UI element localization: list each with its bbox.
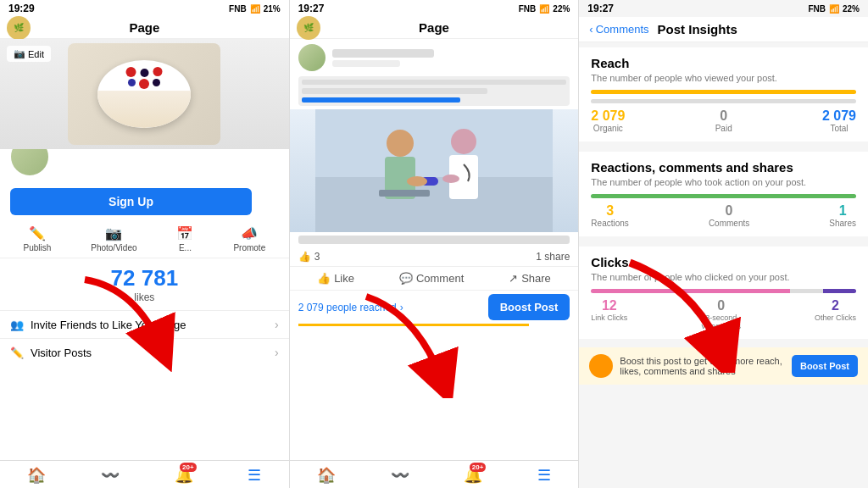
battery-1: 21% xyxy=(264,4,281,14)
boost-button[interactable]: Boost Post xyxy=(488,294,570,320)
reach-subtitle: The number of people who viewed your pos… xyxy=(591,73,856,83)
publish-action[interactable]: ✏️ Publish xyxy=(23,225,51,252)
organic-metric: 2 079 Organic xyxy=(591,108,625,133)
boost-icon xyxy=(589,354,613,378)
organic-value: 2 079 xyxy=(591,108,625,124)
signup-button[interactable]: Sign Up xyxy=(10,188,252,215)
photo-video-action[interactable]: 📷 Photo/Video xyxy=(91,225,136,252)
camera-action-icon: 📷 xyxy=(105,225,122,241)
shares-metric: 1 Shares xyxy=(829,203,856,228)
link-clicks-metric: 12 Link Clicks xyxy=(591,298,627,330)
activity-nav-2[interactable]: 〰️ xyxy=(391,466,409,485)
activity-nav[interactable]: 〰️ xyxy=(101,466,120,485)
invite-friends-nav[interactable]: 👥 Invite Friends to Like Your Page › xyxy=(0,310,289,338)
post-date xyxy=(332,60,400,67)
svg-rect-10 xyxy=(379,190,430,197)
chevron-right-icon: › xyxy=(275,318,279,331)
profile-row xyxy=(0,149,289,183)
time-3: 19:27 xyxy=(587,3,614,14)
paid-label: Paid xyxy=(715,124,732,133)
reactions-bar xyxy=(591,194,856,198)
video-views-metric: 0 3-second video views xyxy=(696,298,747,330)
reach-title: Reach xyxy=(591,56,856,70)
other-clicks-label: Other Clicks xyxy=(815,313,856,322)
paid-metric: 0 Paid xyxy=(715,108,732,133)
wifi-icon-3: 📶 xyxy=(829,4,839,14)
share-button[interactable]: ↗ Share xyxy=(509,272,551,285)
bottom-nav-2: 🏠 〰️ 🔔 20+ ☰ xyxy=(290,460,579,488)
home-nav-2[interactable]: 🏠 xyxy=(317,466,336,485)
home-nav[interactable]: 🏠 xyxy=(27,466,46,485)
reactions-label: Reactions xyxy=(591,219,628,228)
notifications-nav-2[interactable]: 🔔 20+ xyxy=(464,466,482,485)
page-avatar-2: 🌿 xyxy=(297,16,320,40)
comment-button[interactable]: 💬 Comment xyxy=(399,272,464,285)
likes-count: 72 781 xyxy=(111,265,179,291)
other-clicks-bar xyxy=(823,289,856,293)
menu-nav-2[interactable]: ☰ xyxy=(537,466,551,485)
status-icons-3: FNB 📶 22% xyxy=(808,4,860,14)
visitor-posts-left: ✏️ Visitor Posts xyxy=(10,347,92,359)
hero-image: 📷 Edit xyxy=(0,39,289,149)
reach-bar xyxy=(298,324,530,326)
wifi-icon-2: 📶 xyxy=(539,4,549,14)
paid-value: 0 xyxy=(715,108,732,124)
promote-icon: 📣 xyxy=(241,225,258,241)
likes-label: likes xyxy=(134,291,154,303)
post-author-name xyxy=(332,49,434,58)
shares-count: 1 share xyxy=(536,251,570,263)
post-meta xyxy=(332,49,570,67)
people-icon: 👥 xyxy=(10,319,24,331)
visitor-posts-nav[interactable]: ✏️ Visitor Posts › xyxy=(0,338,289,366)
thumbs-up-icon: 👍 xyxy=(298,251,311,263)
carrier-3: FNB xyxy=(808,4,826,14)
page-title-2: Page xyxy=(419,20,449,35)
carrier-1: FNB xyxy=(229,4,247,14)
promote-action[interactable]: 📣 Promote xyxy=(233,225,265,252)
reactions-section: Reactions, comments and shares The numbe… xyxy=(579,152,868,236)
shares-value: 1 xyxy=(829,203,856,219)
like-button[interactable]: 👍 Like xyxy=(317,272,354,285)
reactions-subtitle: The number of people who took action on … xyxy=(591,177,856,187)
reach-bar-orange xyxy=(591,90,856,94)
signup-container: Sign Up xyxy=(0,183,289,220)
boost-banner-text: Boost this post to get even more reach, … xyxy=(620,356,785,376)
reach-bar-gray xyxy=(591,99,856,103)
doctor-svg xyxy=(315,109,553,232)
status-icons-2: FNB 📶 22% xyxy=(519,4,570,14)
insights-header: ‹ Comments Post Insights xyxy=(579,17,868,42)
back-button[interactable]: ‹ Comments xyxy=(589,23,648,36)
total-metric: 2 079 Total xyxy=(822,108,856,133)
menu-nav[interactable]: ☰ xyxy=(248,466,261,485)
post-author-avatar xyxy=(298,44,326,71)
reach-boost-row: 2 079 people reached › Boost Post xyxy=(290,291,579,324)
bowl xyxy=(97,60,191,128)
link-clicks-value: 12 xyxy=(591,298,627,313)
reach-text[interactable]: 2 079 people reached › xyxy=(290,295,412,320)
wifi-icon: 📶 xyxy=(250,4,260,14)
doctor-patient-image xyxy=(290,109,579,232)
chevron-left-icon: ‹ xyxy=(589,23,593,36)
comments-value: 0 xyxy=(709,203,749,219)
events-action[interactable]: 📅 E... xyxy=(176,225,193,252)
video-bar xyxy=(790,289,823,293)
post-actions: 👍 Like 💬 Comment ↗ Share xyxy=(290,266,579,291)
post-text-blurred xyxy=(298,76,570,106)
panel3: 19:27 FNB 📶 22% ‹ Comments Post Insights… xyxy=(579,0,868,488)
boost-post-button[interactable]: Boost Post xyxy=(792,355,858,377)
organic-label: Organic xyxy=(591,124,625,133)
panel1: 19:29 FNB 📶 21% 🌿 Page xyxy=(0,0,290,488)
video-views-label: 3-second video views xyxy=(696,313,747,330)
share-icon: ↗ xyxy=(509,272,518,285)
invite-friends-left: 👥 Invite Friends to Like Your Page xyxy=(10,319,186,331)
edit-button[interactable]: 📷 Edit xyxy=(7,46,51,62)
food-bowl-container xyxy=(68,43,220,145)
link-clicks-label: Link Clicks xyxy=(591,313,627,322)
clicks-metrics: 12 Link Clicks 0 3-second video views 2 … xyxy=(591,298,856,330)
post-stats: 👍 3 1 share xyxy=(290,247,579,266)
chevron-right-icon-3: › xyxy=(400,302,403,313)
svg-point-8 xyxy=(407,176,427,186)
notifications-nav[interactable]: 🔔 20+ xyxy=(175,466,193,485)
comments-label: Comments xyxy=(709,219,749,228)
likes-section: 72 781 likes xyxy=(0,258,289,310)
